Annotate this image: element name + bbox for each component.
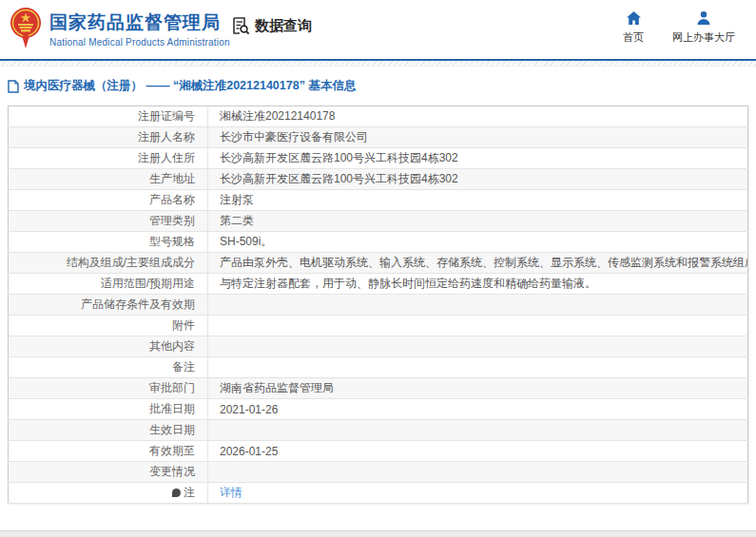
field-value: 长沙市中豪医疗设备有限公司: [208, 127, 748, 148]
field-label: 注: [9, 483, 208, 504]
field-value: 注射泵: [208, 190, 748, 211]
table-row: 注详情: [9, 483, 748, 504]
table-row: 产品名称注射泵: [9, 190, 748, 211]
field-value: SH-509i。: [208, 232, 748, 253]
field-value: 详情: [208, 483, 748, 504]
breadcrumb-text: 境内医疗器械（注册） —— “湘械注准20212140178” 基本信息: [24, 78, 356, 94]
table-row: 型号规格SH-509i。: [9, 232, 748, 253]
field-label: 产品储存条件及有效期: [9, 295, 208, 316]
page-icon: [8, 80, 19, 93]
field-label: 注册人住所: [9, 148, 208, 169]
info-table: 注册证编号湘械注准20212140178注册人名称长沙市中豪医疗设备有限公司注册…: [8, 105, 748, 504]
field-value: 2021-01-26: [208, 399, 748, 420]
field-value: [208, 357, 748, 378]
field-value: 湘械注准20212140178: [208, 106, 748, 127]
table-row: 批准日期2021-01-26: [9, 399, 748, 420]
field-label: 变更情况: [9, 462, 208, 483]
table-row: 审批部门湖南省药品监督管理局: [9, 378, 748, 399]
field-label: 有效期至: [9, 441, 208, 462]
header-divider-strip: [0, 61, 756, 67]
field-value: 产品由泵外壳、电机驱动系统、输入系统、存储系统、控制系统、显示系统、传感监测系统…: [208, 253, 748, 274]
table-row: 结构及组成/主要组成成分产品由泵外壳、电机驱动系统、输入系统、存储系统、控制系统…: [9, 253, 748, 274]
field-label: 审批部门: [9, 378, 208, 399]
site-subtitle: National Medical Products Administration: [49, 37, 230, 48]
data-query-label: 数据查询: [255, 17, 312, 35]
table-row: 其他内容: [9, 336, 748, 357]
breadcrumb: 境内医疗器械（注册） —— “湘械注准20212140178” 基本信息: [8, 78, 746, 94]
table-row: 附件: [9, 316, 748, 336]
field-label: 结构及组成/主要组成成分: [9, 253, 208, 274]
field-label: 管理类别: [9, 211, 208, 232]
table-row: 注册证编号湘械注准20212140178: [9, 106, 748, 127]
field-label: 生产地址: [9, 169, 208, 190]
field-value: 与特定注射器配套，用于动、静脉长时间恒定给药速度和精确给药量输液。: [208, 274, 748, 295]
field-label: 产品名称: [9, 190, 208, 211]
field-label: 型号规格: [9, 232, 208, 253]
field-label: 生效日期: [9, 420, 208, 441]
nav-item-label: 首页: [623, 30, 644, 45]
site-header: 国家药品监督管理局 National Medical Products Admi…: [0, 0, 756, 61]
field-label: 附件: [9, 316, 208, 336]
person-icon: [696, 10, 711, 26]
field-label: 注册人名称: [9, 127, 208, 148]
field-label: 备注: [9, 357, 208, 378]
detail-link[interactable]: 详情: [220, 486, 242, 499]
field-value: 湖南省药品监督管理局: [208, 378, 748, 399]
data-query-section: 数据查询: [231, 16, 312, 35]
table-row: 变更情况: [9, 462, 748, 483]
field-value: [208, 316, 748, 336]
table-row: 生效日期: [9, 420, 748, 441]
national-emblem-logo: [10, 7, 42, 50]
field-value: [208, 336, 748, 357]
nav-item-label: 网上办事大厅: [672, 30, 735, 45]
field-value: 长沙高新开发区麓云路100号兴工科技园4栋302: [208, 169, 748, 190]
info-table-body: 注册证编号湘械注准20212140178注册人名称长沙市中豪医疗设备有限公司注册…: [9, 106, 748, 504]
field-value: 长沙高新开发区麓云路100号兴工科技园4栋302: [208, 148, 748, 169]
field-value: 第二类: [208, 211, 748, 232]
home-icon: [626, 10, 642, 26]
note-icon: [172, 489, 181, 497]
field-label: 适用范围/预期用途: [9, 274, 208, 295]
table-row: 适用范围/预期用途与特定注射器配套，用于动、静脉长时间恒定给药速度和精确给药量输…: [9, 274, 748, 295]
field-label: 注册证编号: [9, 106, 208, 127]
table-row: 有效期至2026-01-25: [9, 441, 748, 462]
field-value: [208, 295, 748, 316]
nav-item-service-hall[interactable]: 网上办事大厅: [672, 10, 735, 45]
field-label: 批准日期: [9, 399, 208, 420]
table-row: 注册人名称长沙市中豪医疗设备有限公司: [9, 127, 748, 148]
site-title: 国家药品监督管理局: [49, 11, 230, 34]
field-value: [208, 420, 748, 441]
field-label: 其他内容: [9, 336, 208, 357]
header-nav: 首页 网上办事大厅: [623, 10, 735, 45]
table-row: 生产地址长沙高新开发区麓云路100号兴工科技园4栋302: [9, 169, 748, 190]
brand-block: 国家药品监督管理局 National Medical Products Admi…: [49, 11, 230, 48]
info-table-wrap: 注册证编号湘械注准20212140178注册人名称长沙市中豪医疗设备有限公司注册…: [8, 105, 748, 504]
table-row: 管理类别第二类: [9, 211, 748, 232]
field-value: [208, 462, 748, 483]
field-value: 2026-01-25: [208, 441, 748, 462]
footer-strip: [0, 530, 756, 537]
nav-item-home[interactable]: 首页: [623, 10, 644, 45]
table-row: 备注: [9, 357, 748, 378]
table-row: 产品储存条件及有效期: [9, 295, 748, 316]
data-query-icon: [231, 16, 250, 35]
table-row: 注册人住所长沙高新开发区麓云路100号兴工科技园4栋302: [9, 148, 748, 169]
